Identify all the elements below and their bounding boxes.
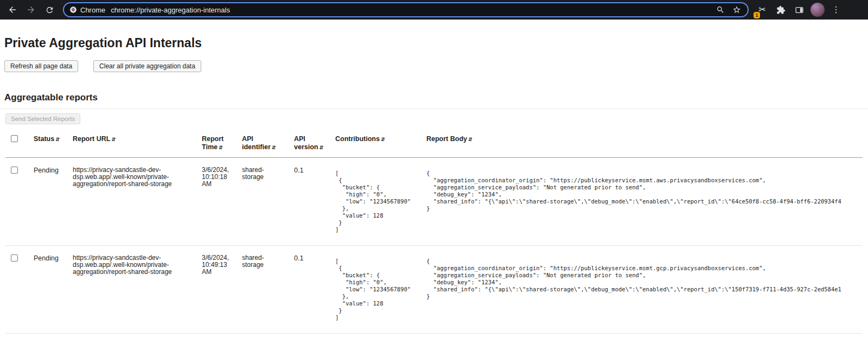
browser-window: Chrome chrome://private-aggregation-inte… [0, 0, 868, 338]
report-body-cell: { "aggregation_coordinator_origin": "htt… [426, 158, 863, 246]
api-version-cell: 0.1 [294, 246, 335, 334]
column-header-api-version[interactable]: API version⇵ [294, 127, 335, 158]
report-row: Pending https://privacy-sandcastle-dev-d… [5, 158, 863, 246]
chrome-logo-icon [69, 6, 77, 14]
sort-icon: ⇵ [111, 137, 116, 142]
url-scheme-label: Chrome [80, 6, 105, 14]
contributions-json: [ { "bucket": { "high": "0", "low": "123… [335, 258, 418, 321]
forward-icon [26, 5, 36, 15]
address-bar[interactable]: Chrome chrome://private-aggregation-inte… [63, 2, 749, 17]
report-row: Pending https://privacy-sandcastle-dev-d… [5, 246, 863, 334]
sort-icon: ⇵ [319, 145, 323, 150]
report-body-cell: { "aggregation_coordinator_origin": "htt… [426, 246, 863, 334]
table-toolbar: Send Selected Reports [0, 109, 868, 127]
table-header-row: Status⇵ Report URL⇵ Report Time⇵ API ide… [5, 127, 863, 158]
column-header-report-url[interactable]: Report URL⇵ [73, 127, 202, 158]
api-version-cell: 0.1 [294, 158, 335, 246]
clear-all-button[interactable]: Clear all private aggregation data [93, 60, 201, 72]
api-identifier-cell: shared-storage [242, 158, 294, 246]
forward-button[interactable] [23, 2, 39, 18]
report-time-cell: 3/6/2024, 10:49:13 AM [202, 246, 242, 334]
send-selected-reports-button[interactable]: Send Selected Reports [5, 113, 80, 124]
report-url-cell: https://privacy-sandcastle-dev-dsp.web.a… [73, 246, 202, 334]
back-button[interactable] [4, 2, 21, 18]
section-heading: Aggregatable reports [4, 92, 864, 103]
url-scheme-chip: Chrome [69, 6, 105, 14]
page-title: Private Aggregation API Internals [4, 36, 864, 50]
column-header-status[interactable]: Status⇵ [34, 127, 73, 158]
select-report-checkbox[interactable] [11, 254, 18, 262]
sort-icon: ⇵ [272, 145, 276, 150]
contributions-json: [ { "bucket": { "high": "0", "low": "123… [335, 170, 418, 233]
side-panel-icon[interactable] [791, 2, 807, 18]
column-header-report-body[interactable]: Report Body⇵ [426, 127, 863, 158]
api-identifier-cell: shared-storage [242, 246, 294, 334]
sort-icon: ⇵ [468, 137, 473, 142]
search-icon[interactable] [714, 3, 727, 16]
extension-action-icon[interactable]: ✂ 1 [754, 2, 770, 18]
reports-table: Status⇵ Report URL⇵ Report Time⇵ API ide… [5, 127, 863, 334]
back-icon [8, 5, 17, 15]
status-cell: Pending [34, 158, 73, 246]
url-text: chrome://private-aggregation-internals [111, 6, 714, 14]
extensions-puzzle-icon[interactable] [773, 2, 789, 18]
menu-kebab-icon[interactable]: ⋮ [828, 2, 844, 18]
column-header-api-identifier[interactable]: API identifier⇵ [242, 127, 294, 158]
bookmark-star-icon[interactable] [730, 3, 743, 16]
status-cell: Pending [34, 246, 73, 334]
omnibox-actions [714, 3, 743, 16]
extension-badge: 1 [754, 12, 760, 18]
reload-button[interactable] [41, 2, 58, 18]
select-report-checkbox[interactable] [11, 167, 18, 174]
report-url-cell: https://privacy-sandcastle-dev-dsp.web.a… [73, 158, 202, 246]
report-body-json: { "aggregation_coordinator_origin": "htt… [426, 258, 854, 300]
select-all-checkbox[interactable] [11, 135, 18, 142]
report-body-json: { "aggregation_coordinator_origin": "htt… [426, 170, 854, 212]
browser-toolbar: Chrome chrome://private-aggregation-inte… [0, 0, 868, 20]
reload-icon [45, 5, 54, 15]
contributions-cell: [ { "bucket": { "high": "0", "low": "123… [335, 158, 426, 246]
page-content: Private Aggregation API Internals Refres… [0, 36, 868, 334]
sort-icon: ⇵ [55, 137, 60, 142]
sort-icon: ⇵ [381, 137, 385, 142]
contributions-cell: [ { "bucket": { "high": "0", "low": "123… [335, 246, 426, 334]
column-header-contributions[interactable]: Contributions⇵ [335, 127, 426, 158]
report-time-cell: 3/6/2024, 10:10:18 AM [202, 158, 242, 246]
refresh-all-button[interactable]: Refresh all page data [4, 60, 78, 72]
sort-icon: ⇵ [219, 145, 223, 150]
top-actions: Refresh all page data Clear all private … [4, 60, 864, 72]
profile-avatar[interactable] [810, 3, 825, 17]
column-header-report-time[interactable]: Report Time⇵ [202, 127, 242, 158]
